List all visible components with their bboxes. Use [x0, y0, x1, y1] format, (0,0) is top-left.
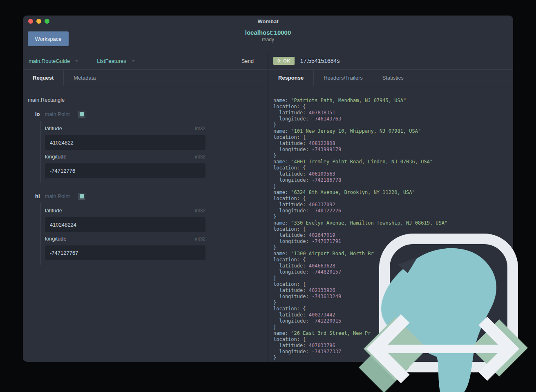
- response-line: }: [273, 275, 508, 281]
- tabs-filler: [413, 70, 513, 86]
- response-line: latitude: 402133926: [273, 287, 508, 294]
- tab-statistics[interactable]: Statistics: [373, 70, 413, 86]
- group-fields: latitudeint32longitudeint32: [40, 121, 268, 183]
- group-name: hi: [35, 193, 40, 199]
- main-split: main.RouteGuide ListFeatures Send Reques…: [23, 52, 513, 362]
- field-label-row: latitudeint32: [45, 125, 205, 131]
- response-line: longitude: -742186778: [273, 177, 508, 183]
- method-select[interactable]: ListFeatures: [97, 58, 136, 64]
- response-line: longitude: -746143763: [273, 116, 508, 122]
- group-header: lomain.Point: [35, 111, 268, 117]
- response-line: latitude: 404663628: [273, 263, 508, 269]
- response-line: name: "1300 Airport Road, North Br: [273, 251, 508, 257]
- response-line: name: "4001 Tremley Point Road, Linden, …: [273, 159, 508, 165]
- group-header: himain.Point: [35, 193, 268, 199]
- result-bar: 0: OK 17.554151684s: [268, 52, 513, 70]
- request-panel: main.RouteGuide ListFeatures Send Reques…: [23, 52, 268, 362]
- response-line: }: [273, 300, 508, 306]
- group-fields: latitudeint32longitudeint32: [40, 203, 268, 265]
- response-line: name: "6324 8th Avenue, Brooklyn, NY 112…: [273, 189, 508, 196]
- server-address: localhost:10000: [23, 29, 513, 36]
- response-line: location: {: [273, 336, 508, 343]
- response-body[interactable]: name: "Patriots Path, Mendham, NJ 07945,…: [268, 86, 513, 362]
- longitude-input[interactable]: [45, 163, 205, 178]
- latitude-input[interactable]: [45, 135, 205, 150]
- field-label: longitude: [45, 236, 67, 242]
- response-line: }: [273, 214, 508, 220]
- response-line: name: "330 Evelyn Avenue, Hamilton Towns…: [273, 220, 508, 226]
- titlebar: Wombat: [23, 16, 513, 27]
- header: Workspace localhost:10000 ready: [23, 27, 513, 52]
- response-line: name: "101 New Jersey 10, Whippany, NJ 0…: [273, 128, 508, 134]
- field-label-row: latitudeint32: [45, 207, 205, 214]
- form-groups: lomain.Pointlatitudeint32longitudeint32h…: [28, 111, 268, 265]
- group-name: lo: [35, 111, 40, 117]
- response-line: location: {: [273, 226, 508, 232]
- status-badge: 0: OK: [273, 57, 295, 65]
- response-line: }: [273, 355, 508, 361]
- response-line: }: [273, 122, 508, 128]
- response-line: location: {: [273, 104, 508, 110]
- field-group-hi: himain.Pointlatitudeint32longitudeint32: [28, 193, 268, 265]
- minimize-icon[interactable]: [36, 19, 41, 24]
- field-label-row: longitudeint32: [45, 236, 205, 242]
- field-type: int32: [195, 208, 205, 214]
- longitude-input[interactable]: [45, 245, 205, 260]
- method-select-value: ListFeatures: [97, 58, 126, 64]
- field-type: int32: [195, 126, 205, 131]
- tab-response[interactable]: Response: [268, 70, 314, 86]
- group-type: main.Point: [45, 193, 70, 199]
- method-toolbar: main.RouteGuide ListFeatures Send: [23, 52, 268, 70]
- response-line: name: "Patriots Path, Mendham, NJ 07945,…: [273, 98, 508, 104]
- field-type: int32: [195, 236, 205, 242]
- response-line: latitude: 402647019: [273, 232, 508, 238]
- tabs-filler: [106, 70, 268, 86]
- field-label-row: longitudeint32: [45, 154, 205, 160]
- chevron-down-icon: [130, 58, 136, 64]
- duration-label: 17.554151684s: [300, 58, 340, 64]
- response-line: location: {: [273, 281, 508, 287]
- tab-request[interactable]: Request: [23, 70, 64, 86]
- field-label: latitude: [45, 207, 62, 214]
- response-line: longitude: -743977337: [273, 349, 508, 355]
- tab-metadata[interactable]: Metadata: [64, 70, 105, 86]
- response-line: location: {: [273, 134, 508, 140]
- response-line: longitude: -743999179: [273, 147, 508, 153]
- request-form: main.Rectangle lomain.Pointlatitudeint32…: [23, 86, 268, 362]
- window-title: Wombat: [23, 16, 513, 28]
- response-line: }: [273, 183, 508, 189]
- response-line: longitude: -741220915: [273, 318, 508, 324]
- response-line: latitude: 400273442: [273, 312, 508, 318]
- response-line: }: [273, 153, 508, 159]
- traffic-lights: [28, 19, 49, 24]
- app-window: Wombat Workspace localhost:10000 ready m…: [23, 16, 513, 362]
- response-line: }: [273, 245, 508, 251]
- response-line: latitude: 406109563: [273, 171, 508, 177]
- tab-headers-trailers[interactable]: Headers/Trailers: [314, 70, 373, 86]
- server-block: localhost:10000 ready: [23, 29, 513, 42]
- chevron-down-icon: [74, 58, 80, 64]
- request-tabs: RequestMetadata: [23, 70, 268, 86]
- zoom-icon[interactable]: [45, 19, 49, 24]
- response-line: latitude: 407838351: [273, 110, 508, 116]
- response-line: longitude: -740122226: [273, 208, 508, 214]
- response-panel: 0: OK 17.554151684s ResponseHeaders/Trai…: [268, 52, 513, 362]
- response-line: latitude: 406337092: [273, 202, 508, 208]
- service-select-value: main.RouteGuide: [29, 58, 70, 64]
- response-line: }: [273, 324, 508, 330]
- field-group-lo: lomain.Pointlatitudeint32longitudeint32: [28, 111, 268, 183]
- response-line: location: {: [273, 165, 508, 171]
- group-type: main.Point: [45, 111, 70, 117]
- close-icon[interactable]: [28, 19, 33, 24]
- response-line: longitude: -744820157: [273, 269, 508, 275]
- checkbox-icon[interactable]: [79, 111, 85, 117]
- field-label: longitude: [45, 154, 67, 160]
- service-select[interactable]: main.RouteGuide: [29, 58, 80, 64]
- response-line: latitude: 408122808: [273, 140, 508, 147]
- latitude-input[interactable]: [45, 217, 205, 232]
- send-button[interactable]: Send: [241, 58, 254, 64]
- checkbox-icon[interactable]: [79, 193, 85, 199]
- field-type: int32: [195, 154, 205, 160]
- response-line: longitude: -743613249: [273, 294, 508, 300]
- response-line: location: {: [273, 196, 508, 202]
